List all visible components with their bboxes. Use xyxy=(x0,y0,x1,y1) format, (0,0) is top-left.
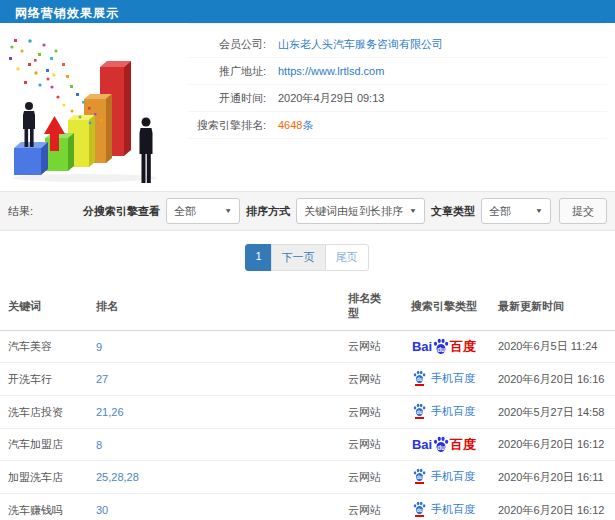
info-field-value[interactable]: 山东老人头汽车服务咨询有限公司 xyxy=(278,37,443,52)
engine-cell: Baidu百度 xyxy=(398,331,490,363)
table-row: 洗车赚钱吗30云网站du手机百度2020年6月20日 16:12 xyxy=(0,494,615,520)
baidu-paw-icon: du xyxy=(413,403,426,419)
engine-filter-label: 分搜索引擎查看 xyxy=(83,204,160,219)
keyword-cell: 加盟洗车店 xyxy=(0,461,88,494)
rank-type-cell: 云网站 xyxy=(340,429,398,461)
engine-cell: du手机百度 xyxy=(398,396,490,429)
pagination: 1 下一页 尾页 xyxy=(0,244,615,271)
rank-cell[interactable]: 30 xyxy=(88,494,340,520)
results-label: 结果: xyxy=(8,204,33,219)
baidu-mobile-logo: du手机百度 xyxy=(413,403,475,419)
submit-button[interactable]: 提交 xyxy=(559,198,607,224)
baidu-pc-logo: Baidu百度 xyxy=(412,436,476,453)
table-row: 洗车店投资21,26云网站du手机百度2020年5月27日 14:58 xyxy=(0,396,615,429)
column-header-3: 排名类型 xyxy=(340,282,398,331)
baidu-pc-logo: Baidu百度 xyxy=(412,338,476,355)
column-header-2: 排名 xyxy=(88,282,340,331)
chevron-down-icon: ▼ xyxy=(535,207,543,214)
rank-cell[interactable]: 27 xyxy=(88,363,340,396)
last-page-button[interactable]: 尾页 xyxy=(325,244,369,271)
rank-type-cell: 云网站 xyxy=(340,461,398,494)
article-type-select-value: 全部 xyxy=(489,204,511,219)
rank-cell[interactable]: 21,26 xyxy=(88,396,340,429)
info-field-value: 4648 xyxy=(278,119,302,131)
table-row: 汽车加盟店8云网站Baidu百度2020年6月20日 16:12 xyxy=(0,429,615,461)
updated-time-cell: 2020年6月20日 16:11 xyxy=(490,461,615,494)
info-field-label: 会员公司: xyxy=(188,37,266,52)
rank-cell[interactable]: 9 xyxy=(88,331,340,363)
baidu-mobile-logo: du手机百度 xyxy=(413,370,475,386)
rank-cell[interactable]: 8 xyxy=(88,429,340,461)
keyword-cell: 开洗车行 xyxy=(0,363,88,396)
engine-cell: du手机百度 xyxy=(398,494,490,520)
svg-text:du: du xyxy=(437,444,445,451)
info-field-suffix: 条 xyxy=(302,118,313,133)
table-row: 开洗车行27云网站du手机百度2020年6月20日 16:16 xyxy=(0,363,615,396)
rank-type-cell: 云网站 xyxy=(340,363,398,396)
updated-time-cell: 2020年5月27日 14:58 xyxy=(490,396,615,429)
filter-controls: 分搜索引擎查看 全部 ▼ 排序方式 关键词由短到长排序 ▼ 文章类型 全部 ▼ … xyxy=(77,198,607,224)
baidu-mobile-logo: du手机百度 xyxy=(413,468,475,484)
info-fields: 会员公司:山东老人头汽车服务咨询有限公司推广地址:https://www.lrt… xyxy=(188,23,607,191)
filter-bar: 结果: 分搜索引擎查看 全部 ▼ 排序方式 关键词由短到长排序 ▼ 文章类型 全… xyxy=(0,191,615,231)
rank-cell[interactable]: 25,28,28 xyxy=(88,461,340,494)
info-field-value: 2020年4月29日 09:13 xyxy=(278,91,384,106)
column-header-4: 搜索引擎类型 xyxy=(398,282,490,331)
sort-select[interactable]: 关键词由短到长排序 ▼ xyxy=(296,198,425,224)
businessman-right xyxy=(140,118,153,184)
keyword-cell: 汽车加盟店 xyxy=(0,429,88,461)
info-field-row: 会员公司:山东老人头汽车服务咨询有限公司 xyxy=(188,31,607,58)
svg-text:du: du xyxy=(437,346,445,353)
table-row: 加盟洗车店25,28,28云网站du手机百度2020年6月20日 16:11 xyxy=(0,461,615,494)
rank-type-cell: 云网站 xyxy=(340,494,398,520)
table-row: 汽车美容9云网站Baidu百度2020年6月5日 11:24 xyxy=(0,331,615,363)
green-bar xyxy=(45,133,74,171)
updated-time-cell: 2020年6月20日 16:12 xyxy=(490,494,615,520)
table-header-row: 关键词排名排名类型搜索引擎类型最新更新时间 xyxy=(0,282,615,331)
baidu-paw-icon: du xyxy=(413,501,426,517)
svg-text:du: du xyxy=(416,474,422,480)
bar-chart-image xyxy=(0,23,178,185)
keyword-cell: 汽车美容 xyxy=(0,331,88,363)
engine-cell: du手机百度 xyxy=(398,363,490,396)
sort-label: 排序方式 xyxy=(246,204,290,219)
page-1-button[interactable]: 1 xyxy=(245,244,271,271)
baidu-paw-icon: du xyxy=(413,468,426,484)
article-type-select[interactable]: 全部 ▼ xyxy=(481,198,551,224)
rank-type-cell: 云网站 xyxy=(340,396,398,429)
baidu-paw-icon: du xyxy=(432,338,449,355)
info-field-row: 开通时间:2020年4月29日 09:13 xyxy=(188,85,607,112)
keyword-ranking-table: 关键词排名排名类型搜索引擎类型最新更新时间 汽车美容9云网站Baidu百度202… xyxy=(0,282,615,520)
rank-type-cell: 云网站 xyxy=(340,331,398,363)
keyword-cell: 洗车店投资 xyxy=(0,396,88,429)
keyword-cell: 洗车赚钱吗 xyxy=(0,494,88,520)
engine-cell: du手机百度 xyxy=(398,461,490,494)
column-header-1: 关键词 xyxy=(0,282,88,331)
info-section: 会员公司:山东老人头汽车服务咨询有限公司推广地址:https://www.lrt… xyxy=(0,23,615,191)
chevron-down-icon: ▼ xyxy=(409,207,417,214)
engine-cell: Baidu百度 xyxy=(398,429,490,461)
info-field-label: 开通时间: xyxy=(188,91,266,106)
updated-time-cell: 2020年6月20日 16:16 xyxy=(490,363,615,396)
baidu-mobile-logo: du手机百度 xyxy=(413,501,475,517)
page: 网络营销效果展示 xyxy=(0,0,615,520)
column-header-5: 最新更新时间 xyxy=(490,282,615,331)
svg-text:du: du xyxy=(416,376,422,382)
sort-select-value: 关键词由短到长排序 xyxy=(304,204,403,219)
info-field-label: 搜索引擎排名: xyxy=(188,118,266,133)
page-title: 网络营销效果展示 xyxy=(15,6,119,20)
page-header: 网络营销效果展示 xyxy=(0,0,615,23)
updated-time-cell: 2020年6月20日 16:12 xyxy=(490,429,615,461)
info-field-label: 推广地址: xyxy=(188,64,266,79)
article-type-label: 文章类型 xyxy=(431,204,475,219)
info-field-row: 推广地址:https://www.lrtlsd.com xyxy=(188,58,607,85)
next-page-button[interactable]: 下一页 xyxy=(271,244,326,271)
info-field-row: 搜索引擎排名:4648条 xyxy=(188,112,607,139)
updated-time-cell: 2020年6月5日 11:24 xyxy=(490,331,615,363)
chevron-down-icon: ▼ xyxy=(224,207,232,214)
businessman-left xyxy=(23,102,35,147)
baidu-paw-icon: du xyxy=(413,370,426,386)
svg-text:du: du xyxy=(416,507,422,513)
engine-select[interactable]: 全部 ▼ xyxy=(166,198,240,224)
info-field-value[interactable]: https://www.lrtlsd.com xyxy=(278,65,384,77)
